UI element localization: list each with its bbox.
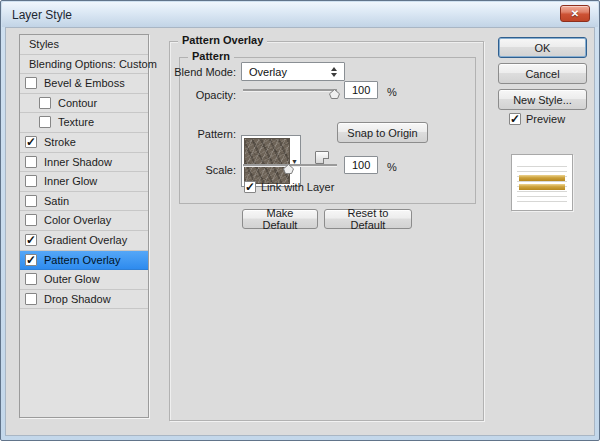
- opacity-slider-track: [243, 89, 337, 91]
- preview-stripes: [517, 162, 567, 203]
- style-checkbox[interactable]: [39, 116, 51, 128]
- styles-header-label: Styles: [29, 38, 59, 50]
- ok-button[interactable]: OK: [498, 37, 587, 58]
- styles-panel: Styles Blending Options: Custom Bevel & …: [19, 34, 149, 418]
- make-default-button[interactable]: Make Default: [242, 209, 318, 229]
- style-checkbox[interactable]: ✓: [25, 136, 37, 148]
- link-with-layer-checkbox[interactable]: ✓ Link with Layer: [244, 181, 334, 193]
- opacity-label: Opacity:: [166, 89, 236, 101]
- sidebar-item-bevel-emboss[interactable]: Bevel & Emboss: [20, 74, 148, 94]
- sidebar-item-drop-shadow[interactable]: Drop Shadow: [20, 290, 148, 310]
- pattern-overlay-group-title: Pattern Overlay: [178, 34, 267, 46]
- screenshot: Layer Style ✕ Styles Blending Options: C…: [0, 0, 600, 441]
- sidebar-header-styles: Styles: [20, 35, 148, 55]
- new-style-button[interactable]: New Style...: [498, 89, 587, 110]
- sidebar-item-inner-glow[interactable]: Inner Glow: [20, 172, 148, 192]
- layer-style-dialog: Layer Style ✕ Styles Blending Options: C…: [0, 0, 600, 441]
- sidebar-item-inner-shadow[interactable]: Inner Shadow: [20, 153, 148, 173]
- style-checkbox[interactable]: [25, 77, 37, 89]
- style-checkbox[interactable]: [25, 293, 37, 305]
- sidebar-item-gradient-overlay[interactable]: ✓ Gradient Overlay: [20, 231, 148, 251]
- style-label: Gradient Overlay: [44, 234, 127, 246]
- style-label: Drop Shadow: [44, 293, 111, 305]
- sidebar-item-satin[interactable]: Satin: [20, 192, 148, 212]
- styles-list: Bevel & Emboss Contour Texture ✓ Stroke …: [20, 74, 148, 309]
- style-checkbox[interactable]: [25, 195, 37, 207]
- dialog-title: Layer Style: [12, 8, 72, 22]
- scale-label: Scale:: [166, 164, 236, 176]
- opacity-input[interactable]: [344, 81, 378, 99]
- opacity-slider-handle[interactable]: [329, 85, 340, 95]
- style-label: Bevel & Emboss: [44, 77, 125, 89]
- close-button[interactable]: ✕: [560, 5, 590, 22]
- sidebar-item-stroke[interactable]: ✓ Stroke: [20, 133, 148, 153]
- style-preview-swatch: [511, 154, 573, 211]
- scale-slider-handle[interactable]: [283, 160, 294, 170]
- gold-stripe-top: [519, 175, 565, 181]
- blend-mode-value: Overlay: [242, 66, 331, 78]
- link-with-layer-checkmark-icon[interactable]: ✓: [244, 181, 256, 193]
- updown-arrows-icon: [331, 67, 337, 77]
- style-label: Contour: [58, 97, 97, 109]
- reset-to-default-button[interactable]: Reset to Default: [324, 209, 412, 229]
- style-label: Stroke: [44, 136, 76, 148]
- style-label: Color Overlay: [44, 214, 111, 226]
- style-checkbox[interactable]: [25, 214, 37, 226]
- style-checkbox[interactable]: ✓: [25, 254, 37, 266]
- sidebar-item-outer-glow[interactable]: Outer Glow: [20, 270, 148, 290]
- style-checkbox[interactable]: [25, 175, 37, 187]
- style-checkbox[interactable]: [39, 97, 51, 109]
- snap-to-origin-button[interactable]: Snap to Origin: [337, 122, 428, 143]
- dialog-body: Styles Blending Options: Custom Bevel & …: [5, 27, 595, 436]
- sidebar-item-color-overlay[interactable]: Color Overlay: [20, 211, 148, 231]
- blend-mode-dropdown[interactable]: Overlay: [241, 62, 345, 81]
- style-label: Satin: [44, 195, 69, 207]
- titlebar[interactable]: Layer Style ✕: [2, 2, 598, 27]
- style-label: Inner Glow: [44, 175, 97, 187]
- sidebar-item-texture[interactable]: Texture: [20, 113, 148, 133]
- sidebar-item-blending-options[interactable]: Blending Options: Custom: [20, 55, 148, 75]
- sidebar-item-pattern-overlay[interactable]: ✓ Pattern Overlay: [20, 251, 148, 271]
- link-with-layer-label: Link with Layer: [261, 181, 334, 193]
- style-label: Inner Shadow: [44, 156, 112, 168]
- style-checkbox[interactable]: [25, 273, 37, 285]
- scale-unit: %: [387, 161, 397, 173]
- opacity-slider[interactable]: [243, 85, 337, 95]
- scale-input[interactable]: [344, 156, 378, 174]
- style-label: Pattern Overlay: [44, 254, 120, 266]
- cancel-button[interactable]: Cancel: [498, 63, 587, 84]
- scale-slider[interactable]: [243, 160, 337, 170]
- style-label: Outer Glow: [44, 273, 100, 285]
- gold-stripe-bottom: [519, 184, 565, 190]
- opacity-unit: %: [387, 86, 397, 98]
- preview-checkbox[interactable]: ✓ Preview: [509, 113, 565, 125]
- style-checkbox[interactable]: ✓: [25, 234, 37, 246]
- pattern-label: Pattern:: [166, 128, 236, 140]
- style-label: Texture: [58, 116, 94, 128]
- style-checkbox[interactable]: [25, 156, 37, 168]
- close-icon: ✕: [571, 9, 579, 19]
- preview-label: Preview: [526, 113, 565, 125]
- blending-options-label: Blending Options: Custom: [29, 58, 157, 70]
- blend-mode-label: Blend Mode:: [166, 66, 236, 78]
- preview-checkmark-icon[interactable]: ✓: [509, 113, 521, 125]
- sidebar-item-contour[interactable]: Contour: [20, 94, 148, 114]
- pattern-group-title: Pattern: [188, 50, 234, 62]
